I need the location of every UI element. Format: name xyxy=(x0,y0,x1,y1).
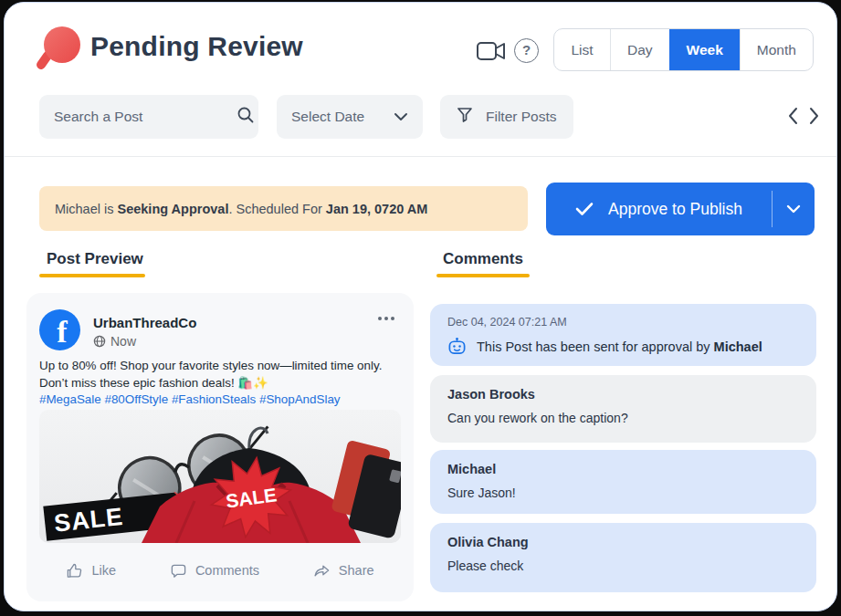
system-comment-author: Michael xyxy=(714,339,762,354)
funnel-icon xyxy=(457,107,473,127)
post-hashtags[interactable]: #MegaSale #80OffStyle #FashionSteals #Sh… xyxy=(39,392,403,406)
share-button[interactable]: Share xyxy=(313,562,374,579)
post-action-bar: Like Comments Share xyxy=(39,552,401,589)
tab-day[interactable]: Day xyxy=(610,29,669,70)
post-preview-card: f UrbanThreadCo Now Up to 80% off! Shop … xyxy=(26,293,414,601)
select-date-label: Select Date xyxy=(291,109,364,125)
post-caption: Up to 80% off! Shop your favorite styles… xyxy=(39,357,403,392)
header-divider xyxy=(5,156,836,157)
share-arrow-icon xyxy=(313,562,331,579)
post-preview-heading: Post Preview xyxy=(47,250,143,268)
checkmark-icon xyxy=(575,202,594,216)
filter-posts-button[interactable]: Filter Posts xyxy=(440,95,573,139)
page-title: Pending Review xyxy=(90,31,303,62)
comments-heading: Comments xyxy=(443,250,523,268)
like-label: Like xyxy=(91,563,116,578)
more-options-icon[interactable] xyxy=(373,308,399,329)
post-image: SALE SALE xyxy=(39,410,401,543)
search-post-box[interactable] xyxy=(39,95,258,139)
approve-label: Approve to Publish xyxy=(608,200,742,219)
post-time: Now xyxy=(110,334,136,349)
share-label: Share xyxy=(339,563,374,578)
banner-middle: . Scheduled For xyxy=(228,202,325,216)
approve-options-button[interactable] xyxy=(773,183,815,235)
comment-timestamp: Dec 04, 2024 07:21 AM xyxy=(447,316,799,329)
select-date-dropdown[interactable]: Select Date xyxy=(277,95,423,139)
pending-review-icon xyxy=(35,23,84,74)
comment-author: Michael xyxy=(447,462,799,476)
thumbs-up-icon xyxy=(66,562,83,579)
approve-to-publish-button[interactable]: Approve to Publish xyxy=(546,183,772,235)
system-comment-text: This Post has been sent for approval by … xyxy=(477,339,762,354)
chevron-left-icon[interactable] xyxy=(786,106,799,126)
tab-list[interactable]: List xyxy=(554,29,610,70)
pending-review-panel: Pending Review ? List Day Week Month Sel… xyxy=(4,2,837,611)
comment-text: Please check xyxy=(447,559,799,573)
chevron-right-icon[interactable] xyxy=(808,106,821,126)
comment-bubble: Jason Brooks Can you rework on the capti… xyxy=(430,375,816,443)
search-icon xyxy=(237,106,255,128)
robot-icon xyxy=(447,337,467,356)
comment-author: Olivia Chang xyxy=(447,535,799,549)
post-account-name[interactable]: UrbanThreadCo xyxy=(93,315,196,330)
facebook-f-glyph: f xyxy=(57,315,68,349)
comments-label: Comments xyxy=(195,563,259,578)
help-icon[interactable]: ? xyxy=(514,38,539,63)
comments-underline xyxy=(436,274,530,277)
tab-month[interactable]: Month xyxy=(740,29,813,70)
system-comment-bubble: Dec 04, 2024 07:21 AM This Post has been… xyxy=(430,304,816,366)
post-preview-underline xyxy=(39,274,145,277)
comment-author: Jason Brooks xyxy=(447,387,799,402)
globe-icon xyxy=(93,335,106,348)
tab-week[interactable]: Week xyxy=(669,29,740,70)
comment-bubble: Olivia Chang Please check xyxy=(430,523,816,592)
calendar-view-switcher: List Day Week Month xyxy=(553,28,814,71)
banner-datetime: Jan 19, 0720 AM xyxy=(326,202,428,216)
comment-text: Can you rework on the caption? xyxy=(447,411,799,425)
chevron-down-icon xyxy=(786,204,801,214)
speech-bubble-icon xyxy=(170,562,187,579)
post-meta: Now xyxy=(93,334,136,349)
approve-split-button: Approve to Publish xyxy=(546,183,815,235)
filter-posts-label: Filter Posts xyxy=(486,109,557,125)
video-tutorial-icon[interactable] xyxy=(476,39,507,63)
banner-actor: Michael is xyxy=(55,202,118,216)
comment-bubble: Michael Sure Jason! xyxy=(430,450,816,514)
like-button[interactable]: Like xyxy=(66,562,116,579)
chevron-down-icon xyxy=(394,109,408,125)
comment-text: Sure Jason! xyxy=(447,485,799,500)
banner-status: Seeking Approval xyxy=(118,202,229,216)
approval-status-banner: Michael is Seeking Approval. Scheduled F… xyxy=(39,186,528,231)
comments-button[interactable]: Comments xyxy=(170,562,259,579)
week-pager xyxy=(786,106,821,126)
facebook-avatar: f xyxy=(39,309,80,350)
search-input[interactable] xyxy=(54,109,237,125)
